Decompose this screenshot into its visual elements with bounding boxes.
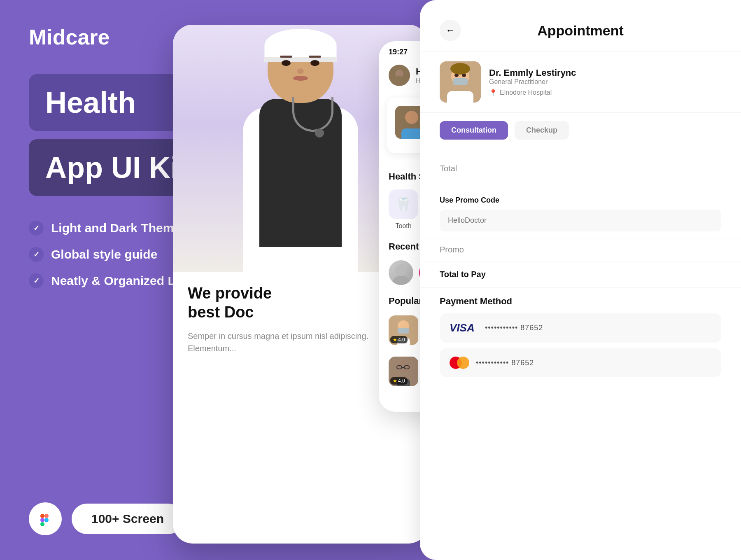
stetho-right [331, 97, 333, 109]
promo-input[interactable] [440, 210, 721, 231]
figma-button[interactable] [29, 502, 62, 535]
svg-rect-20 [398, 328, 409, 334]
tab-checkup[interactable]: Checkup [515, 121, 569, 140]
mastercard-card[interactable]: ••••••••••• 87652 [440, 348, 721, 377]
check-icon-2 [29, 247, 44, 262]
cap-band [265, 57, 337, 62]
user-avatar [389, 65, 410, 86]
popular-doc-thumb-1: ★ 4.0 [389, 315, 418, 345]
appt-location-text: Elnodore Hospital [500, 89, 552, 96]
lips [293, 76, 308, 81]
back-button[interactable]: ← [440, 20, 461, 41]
doc-text: Dr. Emmly Lestirync General Practitioner… [489, 68, 576, 97]
svg-point-6 [393, 76, 406, 83]
screens-button[interactable]: 100+ Screen [72, 504, 184, 534]
svg-rect-32 [447, 91, 473, 103]
doctor-info-row: Dr. Emmly Lestirync General Practitioner… [420, 51, 741, 113]
feature-text-1: Light and Dark Theme [51, 221, 181, 235]
appt-doc-name: Dr. Emmly Lestirync [489, 68, 576, 78]
mc-orange-circle [457, 357, 469, 369]
tab-consultation[interactable]: Consultation [440, 121, 508, 140]
eye-right [310, 60, 319, 66]
payment-method-label: Payment Method [440, 296, 721, 307]
promo-section: Use Promo Code [420, 189, 741, 238]
tooth-label: Tooth [395, 222, 411, 230]
visa-logo: VISA [450, 322, 478, 334]
mastercard-number: ••••••••••• 87652 [476, 359, 534, 367]
appt-tabs: Consultation Checkup [420, 113, 741, 148]
appt-header: ← Appointment [420, 0, 741, 51]
svg-point-10 [395, 264, 407, 276]
nose [297, 68, 304, 74]
check-icon-1 [29, 221, 44, 236]
visa-card[interactable]: VISA ••••••••••• 87652 [440, 313, 721, 343]
appt-doc-type: General Practitioner [489, 78, 576, 86]
doc-photo [440, 61, 481, 103]
svg-rect-2 [44, 514, 49, 518]
feature-text-2: Global style guide [51, 247, 157, 261]
mastercard-logo [450, 357, 469, 369]
status-time: 19:27 [389, 48, 408, 56]
promo-label: Use Promo Code [440, 196, 721, 205]
svg-rect-9 [401, 128, 422, 139]
svg-rect-31 [453, 78, 468, 85]
popular-doc-thumb-2: ★ 4.0 [389, 357, 418, 386]
svg-point-4 [44, 518, 49, 522]
rating-badge-1: ★ 4.0 [390, 336, 408, 343]
rating-value-2: 4.0 [398, 378, 405, 384]
service-tooth[interactable]: 🦷 Tooth [389, 189, 418, 230]
svg-point-33 [454, 74, 459, 77]
rating-badge-2: ★ 4.0 [390, 377, 408, 385]
svg-rect-3 [40, 522, 44, 526]
total-label: Total [440, 164, 457, 173]
svg-point-23 [397, 360, 410, 373]
eyebrow-left [280, 56, 292, 58]
star-icon-2: ★ [393, 378, 397, 384]
svg-rect-1 [40, 518, 44, 522]
health-title: Health [45, 86, 136, 119]
appt-doc-location: 📍 Elnodore Hospital [489, 89, 576, 97]
promo-sub-label: Promo [440, 245, 464, 254]
eye-left [282, 60, 291, 66]
eyebrow-right [309, 56, 321, 58]
svg-point-11 [393, 276, 409, 285]
svg-point-8 [405, 111, 418, 124]
promo-sub-row: Promo [420, 238, 741, 261]
payment-section: Payment Method VISA ••••••••••• 87652 ••… [420, 288, 741, 391]
stetho-left [292, 97, 294, 109]
star-icon-1: ★ [393, 337, 397, 343]
nurse-cap [265, 29, 337, 62]
visa-card-number: ••••••••••• 87652 [485, 324, 543, 332]
svg-point-34 [462, 74, 466, 77]
svg-point-30 [450, 63, 470, 75]
location-pin-icon: 📍 [489, 89, 497, 97]
tooth-icon-box: 🦷 [389, 189, 418, 219]
stetho-end [315, 128, 324, 138]
consult-avatar-1[interactable] [389, 260, 413, 285]
total-pay-row: Total to Pay [420, 261, 741, 288]
check-icon-3 [29, 273, 44, 288]
total-pay-label: Total to Pay [440, 270, 486, 279]
appt-title: Appointment [537, 23, 624, 39]
svg-rect-0 [40, 514, 44, 518]
appointment-panel: ← Appointment Dr. Emmly Lestirync [420, 0, 741, 560]
rating-value-1: 4.0 [398, 337, 405, 343]
appt-details: Total [420, 148, 741, 189]
total-row: Total [440, 156, 721, 181]
